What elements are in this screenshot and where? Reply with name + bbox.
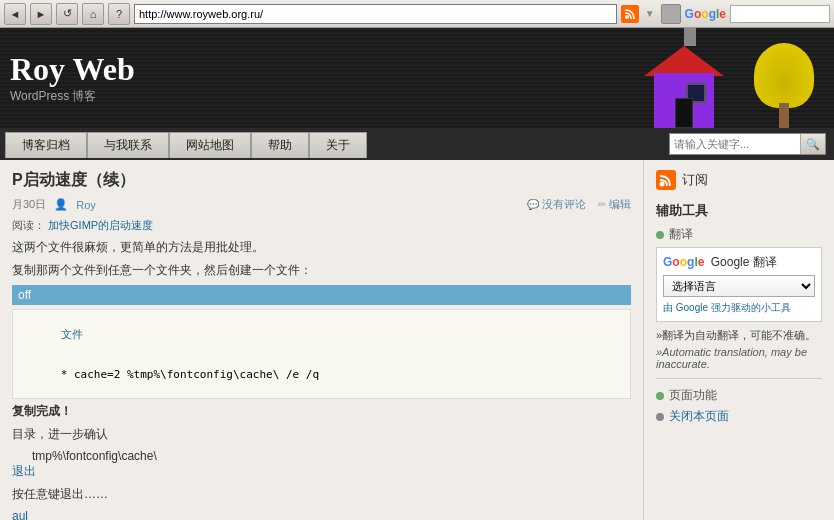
exit-text: 退出 <box>12 463 631 480</box>
post-bold-2: 目录，进一步确认 <box>12 426 631 443</box>
site-subtitle: WordPress 博客 <box>10 88 135 105</box>
help-button[interactable]: ? <box>108 3 130 25</box>
user-icon: 👤 <box>54 198 68 211</box>
home-button[interactable]: ⌂ <box>82 3 104 25</box>
content-area: P启动速度（续） 月30日 👤 Roy 💬 没有评论 ✏ 编辑 阅读： 加快GI… <box>0 160 644 520</box>
browser-toolbar: ◄ ► ↺ ⌂ ? http://www.royweb.org.ru/ ▼ Go… <box>0 0 834 28</box>
nav-tab-about[interactable]: 关于 <box>309 132 367 158</box>
code-line-2: * cache=2 %tmp%\fontconfig\cache\ /e /q <box>61 368 319 381</box>
google-search-input[interactable] <box>730 5 830 23</box>
nav-tabs: 博客归档 与我联系 网站地图 帮助 关于 <box>5 131 367 157</box>
post-title: P启动速度（续） <box>12 170 631 191</box>
search-button[interactable]: 🔍 <box>800 134 825 154</box>
search-box[interactable]: 🔍 <box>669 133 826 155</box>
post-bold-1: 复制完成！ <box>12 403 631 420</box>
reload-button[interactable]: ↺ <box>56 3 78 25</box>
post-text-2: 复制那两个文件到任意一个文件夹，然后创建一个文件： <box>12 262 631 279</box>
comment-link[interactable]: 没有评论 <box>542 197 586 212</box>
address-text: http://www.royweb.org.ru/ <box>139 8 263 20</box>
google-translate-box: Google Google 翻译 选择语言 由 Google 强力驱动的小工具 <box>656 247 822 322</box>
sidebar: 订阅 辅助工具 翻译 Google Google 翻译 选择语言 由 Googl… <box>644 160 834 520</box>
translate-label: 翻译 <box>669 226 693 243</box>
site-title-area: Roy Web WordPress 博客 <box>10 51 135 105</box>
page-func-label: 页面功能 <box>669 387 717 404</box>
close-page-bullet <box>656 413 664 421</box>
auto-trans-zh: »翻译为自动翻译，可能不准确。 <box>656 328 822 343</box>
edit-icon: ✏ <box>598 199 606 210</box>
close-page-link[interactable]: 关闭本页面 <box>669 408 729 425</box>
translate-item: 翻译 <box>656 226 822 243</box>
code-block: 文件 * cache=2 %tmp%\fontconfig\cache\ /e … <box>12 309 631 399</box>
code-link-1[interactable]: 文件 <box>61 328 83 341</box>
post-date: 月30日 <box>12 197 46 212</box>
page-func-item: 页面功能 <box>656 387 822 404</box>
translate-bullet <box>656 231 664 239</box>
post-author-link[interactable]: Roy <box>76 199 96 211</box>
separator-icon <box>661 4 681 24</box>
tools-title: 辅助工具 <box>656 202 822 220</box>
rss-section: 订阅 <box>656 170 822 190</box>
house-illustration <box>634 43 734 128</box>
post-meta-right: 💬 没有评论 ✏ 编辑 <box>527 197 631 212</box>
author-link[interactable]: aul <box>12 509 28 520</box>
nav-tab-archive[interactable]: 博客归档 <box>5 132 87 158</box>
tree-illustration <box>749 48 819 128</box>
post-meta: 月30日 👤 Roy 💬 没有评论 ✏ 编辑 <box>12 197 631 212</box>
close-page-item[interactable]: 关闭本页面 <box>656 408 822 425</box>
site-navigation: 博客归档 与我联系 网站地图 帮助 关于 🔍 <box>0 128 834 160</box>
exit-link[interactable]: 退出 <box>12 464 36 478</box>
nav-tab-contact[interactable]: 与我联系 <box>87 132 169 158</box>
google-translate-title: Google Google 翻译 <box>663 254 815 271</box>
read-more: 阅读： 加快GIMP的启动速度 <box>12 218 631 233</box>
language-select[interactable]: 选择语言 <box>663 275 815 297</box>
svg-point-0 <box>625 15 629 19</box>
main-layout: P启动速度（续） 月30日 👤 Roy 💬 没有评论 ✏ 编辑 阅读： 加快GI… <box>0 160 834 520</box>
rss-icon[interactable] <box>621 5 639 23</box>
address-bar[interactable]: http://www.royweb.org.ru/ <box>134 4 617 24</box>
search-input[interactable] <box>670 136 800 152</box>
nav-tab-sitemap[interactable]: 网站地图 <box>169 132 251 158</box>
rss-label: 订阅 <box>682 171 708 189</box>
author-link-area: aul <box>12 509 631 520</box>
site-title: Roy Web <box>10 51 135 88</box>
google-powered-link[interactable]: 由 Google 强力驱动的小工具 <box>663 301 815 315</box>
page-func-bullet <box>656 392 664 400</box>
google-logo: Google <box>685 7 726 21</box>
nav-tab-help[interactable]: 帮助 <box>251 132 309 158</box>
rss-icon-sidebar[interactable] <box>656 170 676 190</box>
highlight-bar: off <box>12 285 631 305</box>
site-header: Roy Web WordPress 博客 <box>0 28 834 128</box>
auto-trans-en: »Automatic translation, may be inaccurat… <box>656 346 822 370</box>
indent-text: tmp%\fontconfig\cache\ <box>32 449 631 463</box>
rss-dropdown-btn[interactable]: ▼ <box>643 8 657 19</box>
post-text-1: 这两个文件很麻烦，更简单的方法是用批处理。 <box>12 239 631 256</box>
translate-word: Google 翻译 <box>711 255 777 269</box>
svg-point-1 <box>660 182 665 187</box>
press-text: 按任意键退出…… <box>12 486 631 503</box>
sidebar-divider <box>656 378 822 379</box>
comment-icon: 💬 <box>527 199 539 210</box>
google-search-area: Google <box>685 7 726 21</box>
edit-link[interactable]: 编辑 <box>609 197 631 212</box>
forward-button[interactable]: ► <box>30 3 52 25</box>
back-button[interactable]: ◄ <box>4 3 26 25</box>
read-more-link[interactable]: 加快GIMP的启动速度 <box>48 219 153 231</box>
